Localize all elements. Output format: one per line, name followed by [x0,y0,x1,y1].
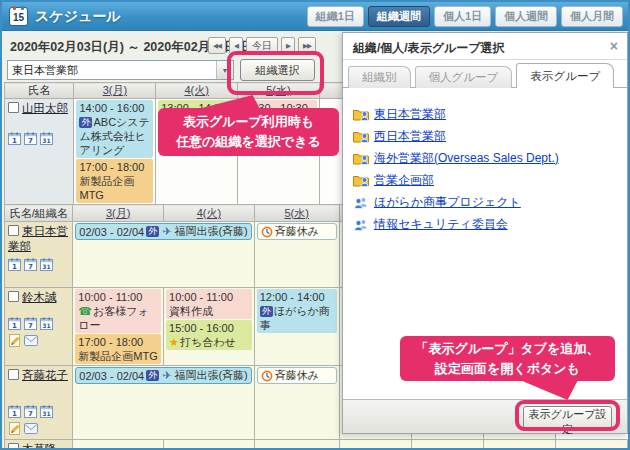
schedule-entry[interactable]: 10:00 - 11:00 資料作成 [166,289,252,319]
calendar-month-icon[interactable]: 31 [40,317,53,330]
org-folder-icon [353,108,369,121]
day-cell: 02/03 - 02/04 外 ✈ 福岡出張(斉藤) [73,366,254,440]
group-link[interactable]: 情報セキュリティ委員会 [374,216,508,233]
schedule-entry[interactable]: 10:00 - 11:00 ☎お客様フォロー [75,289,161,333]
out-badge: 外 [260,306,273,317]
org-cell-higashi: 東日本営業部 1 7 31 [5,222,73,288]
svg-text:1: 1 [12,137,17,145]
entry-time: 02/03 - 02/04 [79,370,144,382]
col-header-tue-link[interactable]: 4(火) [184,84,208,96]
org-checkbox[interactable] [8,225,19,236]
schedule-entry-trip[interactable]: 02/03 - 02/04 外 ✈ 福岡出張(斉藤) [75,367,251,384]
calendar-day-icon[interactable]: 1 [8,405,21,418]
calendar-day-icon[interactable]: 1 [8,132,21,145]
calendar-week-icon[interactable]: 7 [24,317,37,330]
view-personal-day-button[interactable]: 個人1日 [434,6,491,27]
list-item: 営業企画部 [353,169,617,191]
list-item: 海外営業部(Overseas Sales Dept.) [353,147,617,169]
member-cell-suzuki: 鈴木誠 1 7 31 [5,288,73,366]
day-cell: 斉藤休み [254,366,339,440]
member-checkbox[interactable] [8,291,19,302]
phone-icon: ☎ [78,305,92,317]
group-link[interactable]: ほがらか商事プロジェクト [374,194,521,211]
schedule-entry-dayoff[interactable]: 斉藤休み [257,367,337,384]
org-folder-icon [353,174,369,187]
group-link[interactable]: 西日本営業部 [374,128,446,145]
calendar-day-icon[interactable]: 1 [8,317,21,330]
member-checkbox[interactable] [8,443,19,450]
member-cell-yamada: 山田太郎 1 7 31 [5,99,74,205]
day-cell: 12:00 - 14:00 外ほがらか商事 [254,288,339,366]
schedule-entry[interactable]: 15:00 - 16:00 ★打ち合わせ [166,320,252,350]
callout-org-select: 表示グループ利用時も 任意の組織を選択できる [158,108,339,156]
tab-org[interactable]: 組織別 [348,66,411,88]
org-folder-icon [353,130,369,143]
calendar-month-icon[interactable]: 31 [40,405,53,418]
calendar-week-icon[interactable]: 7 [24,258,37,271]
entry-time: 12:00 - 14:00 [260,290,334,304]
tab-personal-group[interactable]: 個人グループ [415,66,513,88]
memo-icon[interactable] [8,334,21,347]
entry-title: 斉藤休み [275,368,319,383]
svg-text:1: 1 [12,322,17,330]
mail-icon[interactable] [24,335,38,346]
svg-text:31: 31 [42,322,50,329]
col-header-tue-link[interactable]: 4(火) [197,207,221,219]
highlight-settings-button [515,400,620,431]
member-checkbox[interactable] [8,369,19,380]
group-link[interactable]: 東日本営業部 [374,106,446,123]
mail-icon[interactable] [24,423,38,434]
schedule-entry[interactable]: 17:00 - 18:00 新製品企画MTG [75,334,161,364]
schedule-entry[interactable]: 14:00 - 16:00 外ABCシステム株式会社ヒアリング [76,100,153,158]
tab-display-group[interactable]: 表示グループ [516,63,614,88]
col-header-mon-link[interactable]: 3(月) [103,84,127,96]
svg-text:7: 7 [28,137,33,145]
calendar-week-icon[interactable]: 7 [24,405,37,418]
col-header-mon-link[interactable]: 3(月) [106,207,130,219]
close-icon[interactable]: × [610,38,618,54]
view-personal-week-button[interactable]: 個人週間 [495,6,557,27]
view-org-week-button[interactable]: 組織週間 [368,6,430,27]
people-group-icon [353,218,369,231]
view-switch-group: 組織1日 組織週間 個人1日 個人週間 個人月間 [307,6,623,27]
org-folder-icon [353,152,369,165]
entry-title: 打ち合わせ [180,336,236,348]
col-header-wed-link[interactable]: 5(水) [284,207,308,219]
memo-icon[interactable] [8,422,21,435]
out-badge: 外 [79,117,92,128]
table-row: 木暮隆 [5,440,628,450]
plane-icon: ✈ [162,225,171,238]
svg-text:7: 7 [28,322,33,330]
nav-first-button[interactable]: ◀◀ [208,37,226,54]
schedule-entry[interactable]: 12:00 - 14:00 外ほがらか商事 [257,289,337,333]
entry-title: 新製品企画MTG [79,174,150,202]
list-item: 西日本営業部 [353,125,617,147]
view-personal-month-button[interactable]: 個人月間 [561,6,623,27]
entry-title: 斉藤休み [275,224,319,239]
member-name-link[interactable]: 木暮隆 [22,443,57,450]
member-name-link[interactable]: 斉藤花子 [22,369,68,381]
svg-text:31: 31 [42,263,50,270]
calendar-month-icon[interactable]: 31 [40,258,53,271]
calendar-day-icon[interactable]: 1 [8,258,21,271]
titlebar: 15 スケジュール 組織1日 組織週間 個人1日 個人週間 個人月間 [2,2,628,31]
day-cell: 10:00 - 11:00 ☎お客様フォロー 17:00 - 18:00 新製品… [73,288,164,366]
list-item: 東日本営業部 [353,103,617,125]
day-cell: 10:00 - 11:00 資料作成 15:00 - 16:00 ★打ち合わせ [164,288,255,366]
calendar-week-icon[interactable]: 7 [24,132,37,145]
schedule-entry[interactable]: 17:00 - 18:00 新製品企画MTG [76,159,153,203]
member-name-link[interactable]: 山田太郎 [22,102,68,114]
calendar-month-icon[interactable]: 31 [40,132,53,145]
member-checkbox[interactable] [8,102,19,113]
entry-title: 福岡出張(斉藤) [174,224,247,239]
clock-icon [261,226,273,238]
member-name-link[interactable]: 鈴木誠 [22,291,57,303]
schedule-entry-trip[interactable]: 02/03 - 02/04 外 ✈ 福岡出張(斉藤) [75,223,251,240]
group-link[interactable]: 営業企画部 [374,172,434,189]
group-link[interactable]: 海外営業部(Overseas Sales Dept.) [374,150,559,167]
schedule-entry-dayoff[interactable]: 斉藤休み [257,223,337,240]
view-org-day-button[interactable]: 組織1日 [307,6,364,27]
day-cell: 斉藤休み [254,222,339,288]
panel-title: 組織/個人/表示グループ選択 [353,40,505,57]
org-select-dropdown[interactable]: 東日本営業部 ▼ [7,60,234,80]
